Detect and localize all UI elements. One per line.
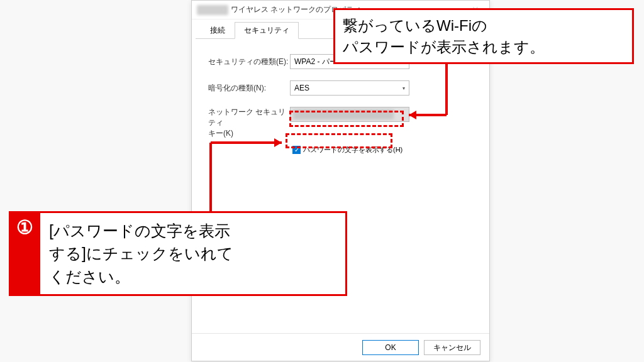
security-type-value: WPA2 - パー bbox=[294, 57, 337, 67]
ok-button[interactable]: OK bbox=[362, 340, 419, 355]
step-badge-1: ① bbox=[9, 211, 40, 296]
network-key-label: ネットワーク セキュリティ キー(K) bbox=[208, 107, 290, 139]
highlight-password-field bbox=[289, 111, 404, 127]
encryption-type-select[interactable]: AES ▾ bbox=[290, 80, 409, 96]
row-encryption-type: 暗号化の種類(N): AES ▾ bbox=[208, 80, 473, 96]
callout-step-1-text: [パスワードの文字を表示 する]にチェックをいれて ください。 bbox=[40, 211, 347, 296]
security-type-label: セキュリティの種類(E): bbox=[208, 57, 290, 67]
highlight-checkbox bbox=[286, 133, 392, 148]
tab-connect[interactable]: 接続 bbox=[201, 22, 235, 39]
network-name-redacted bbox=[197, 5, 228, 15]
chevron-down-icon: ▾ bbox=[402, 85, 405, 91]
callout-password-shown: 繋がっているWi-Fiの パスワードが表示されます。 bbox=[333, 8, 634, 64]
tab-security[interactable]: セキュリティ bbox=[235, 22, 299, 39]
encryption-type-value: AES bbox=[294, 84, 309, 92]
dialog-button-bar: OK キャンセル bbox=[192, 333, 489, 361]
encryption-type-label: 暗号化の種類(N): bbox=[208, 83, 290, 94]
callout-step-1: ① [パスワードの文字を表示 する]にチェックをいれて ください。 bbox=[9, 211, 347, 296]
cancel-button[interactable]: キャンセル bbox=[424, 340, 480, 355]
